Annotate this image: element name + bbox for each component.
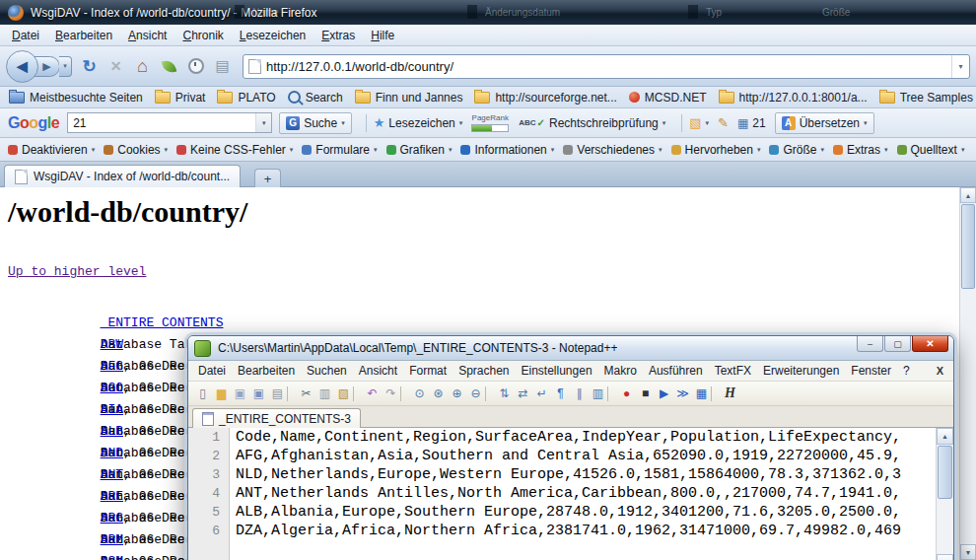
webdev-menu-item[interactable]: Grafiken ▾ (386, 143, 453, 157)
webdev-menu-item[interactable]: Keine CSS-Fehler ▾ (176, 143, 293, 157)
google-search-input[interactable] (68, 116, 255, 130)
toolbar-item[interactable] (607, 386, 615, 401)
menu-item[interactable]: Chronik (174, 27, 231, 44)
notepad-menu-item[interactable]: Einstellungen (516, 362, 598, 380)
notepad-menu-item[interactable]: Sprachen (453, 362, 515, 380)
notepad-menu-item[interactable]: Ansicht (353, 362, 403, 380)
toolbar-item[interactable]: ▆ (212, 385, 231, 403)
bookmark-item[interactable]: http://127.0.0.1:8001/a... (716, 90, 871, 105)
webdev-menu-item[interactable]: Cookies ▾ (104, 143, 168, 157)
toolbar-item[interactable]: H (721, 385, 739, 403)
highlight-count[interactable]: ▦ 21 (737, 116, 766, 130)
bookmark-item[interactable]: PLATO (214, 90, 278, 105)
up-to-higher-level-link[interactable]: Up to higher level (8, 264, 146, 279)
mdi-close-button[interactable]: X (931, 365, 949, 377)
pagerank-indicator[interactable]: PageRank (471, 114, 509, 132)
back-button[interactable]: ◀ (6, 50, 38, 83)
toolbar-item[interactable]: ● (617, 385, 636, 403)
toolbar-item[interactable]: ∥ (570, 385, 589, 403)
toolbar-item[interactable]: ⇄ (514, 385, 532, 403)
scroll-down-arrow[interactable]: ▼ (960, 544, 976, 560)
toolbar-item[interactable] (287, 386, 295, 401)
reload-button[interactable]: ↻ (77, 53, 102, 79)
webdev-menu-item[interactable]: Deaktivieren ▾ (8, 143, 95, 157)
toolbar-item[interactable]: ↷ (382, 385, 400, 403)
tab-wsgidav[interactable]: WsgiDAV - Index of /world-db/count... (4, 165, 241, 187)
toolbar-item[interactable]: ▥ (315, 385, 334, 403)
toolbar-item[interactable]: ↵ (532, 385, 551, 403)
bookmark-item[interactable]: Search (285, 90, 346, 105)
toolbar-item[interactable]: ▤ (268, 385, 287, 403)
scroll-up-arrow[interactable]: ▲ (937, 428, 953, 445)
toolbar-item[interactable]: ■ (636, 385, 655, 403)
scroll-up-arrow[interactable]: ▲ (960, 187, 976, 203)
google-bookmarks-button[interactable]: ★ Lesezeichen ▾ (374, 115, 463, 130)
toolbar-item[interactable]: ✂ (297, 385, 315, 403)
webdev-menu-item[interactable]: Extras ▾ (833, 143, 888, 157)
google-misc-button[interactable]: ▧ ▾ (689, 115, 709, 130)
notepad-menu-item[interactable]: TextFX (709, 362, 757, 380)
url-input[interactable] (261, 59, 951, 74)
toolbar-item[interactable] (485, 386, 493, 401)
menu-item[interactable]: Ansicht (120, 27, 174, 44)
home-button[interactable]: ⌂ (130, 53, 155, 79)
toolbar-item[interactable]: ⊙ (410, 385, 429, 403)
google-search-dropdown[interactable]: ▾ (255, 113, 271, 132)
minimize-button[interactable]: – (857, 336, 883, 352)
toolbar-item[interactable]: ▣ (249, 385, 268, 403)
notepad-menu-item[interactable]: Datei (192, 362, 232, 380)
webdev-menu-item[interactable]: Verschiedenes ▾ (563, 143, 662, 157)
toolbar-item[interactable]: ¶ (551, 385, 570, 403)
history-dropdown-button[interactable]: ▾ (59, 56, 72, 77)
bookmark-item[interactable]: http://sourceforge.net... (471, 90, 619, 105)
webdev-menu-item[interactable]: Größe ▾ (769, 143, 824, 157)
notepad-menu-item[interactable]: Erweiterungen (757, 362, 845, 380)
new-tab-button[interactable]: + (254, 169, 281, 187)
notepad-menu-item[interactable]: Suchen (301, 362, 353, 380)
firefox-titlebar[interactable]: WsgiDAV - Index of /world-db/country/ - … (0, 0, 976, 25)
toolbar-item[interactable]: ▥ (589, 385, 607, 403)
feather-extension-button[interactable] (157, 53, 181, 79)
notepad-menu-item[interactable]: Fenster (845, 362, 897, 380)
google-search-box[interactable]: ▾ (67, 112, 272, 133)
bookmark-item[interactable]: Tree Samples (876, 90, 976, 105)
autofill-button[interactable]: ✎ (718, 115, 729, 130)
toolbar-item[interactable] (353, 386, 361, 401)
toolbar-item[interactable]: ▣ (231, 385, 249, 403)
maximize-button[interactable]: ▢ (884, 336, 911, 352)
menu-item[interactable]: Extras (314, 27, 363, 44)
toolbar-item[interactable] (400, 386, 408, 401)
editor-scrollbar[interactable]: ▲ ▼ (936, 428, 953, 560)
toolbar-item[interactable]: ⇅ (495, 385, 514, 403)
toolbar-item[interactable]: ▯ (193, 385, 212, 403)
bookmark-item[interactable]: Privat (152, 90, 209, 105)
resource-link[interactable]: _ENTIRE_CONTENTS (101, 313, 243, 334)
notepad-titlebar[interactable]: C:\Users\Martin\AppData\Local\Temp\_ENTI… (188, 336, 953, 361)
webdev-menu-item[interactable]: Hervorheben ▾ (671, 143, 761, 157)
editor-tab[interactable]: _ENTIRE_CONTENTS-3 (192, 408, 361, 428)
webdev-menu-item[interactable]: Formulare ▾ (302, 143, 377, 157)
notepad-menu-item[interactable]: Ausführen (643, 362, 709, 380)
content-scrollbar[interactable]: ▲ ▼ (959, 187, 976, 560)
notepad-menu-item[interactable]: Bearbeiten (232, 362, 301, 380)
toolbar-item[interactable]: ▶ (655, 385, 673, 403)
stop-button[interactable]: ✕ (104, 53, 128, 79)
bookmark-item[interactable]: MCSD.NET (626, 90, 710, 105)
notepad-menu-item[interactable]: ? (897, 362, 916, 380)
spellcheck-button[interactable]: ABC ✓ Rechtschreibprüfung ▾ (519, 116, 665, 130)
menu-item[interactable]: Lesezeichen (232, 27, 314, 44)
bookmark-item[interactable]: Finn und Jannes (352, 90, 466, 105)
toolbar-item[interactable]: ≫ (673, 385, 692, 403)
toolbar-item[interactable]: ▧ (334, 385, 353, 403)
webdev-menu-item[interactable]: Informationen ▾ (460, 143, 554, 157)
toolbar-item[interactable] (711, 386, 719, 401)
toolbar-item[interactable]: ⊕ (448, 385, 466, 403)
webdev-menu-item[interactable]: Quelltext ▾ (897, 143, 965, 157)
scroll-thumb[interactable] (938, 446, 952, 499)
notepad-menu-item[interactable]: Makro (598, 362, 643, 380)
menu-item[interactable]: Hilfe (363, 27, 402, 44)
toolbar-item[interactable]: ▦ (692, 385, 711, 403)
close-button[interactable]: ✕ (912, 336, 948, 352)
menu-item[interactable]: Bearbeiten (47, 27, 120, 44)
toolbar-item[interactable]: ⊖ (466, 385, 485, 403)
